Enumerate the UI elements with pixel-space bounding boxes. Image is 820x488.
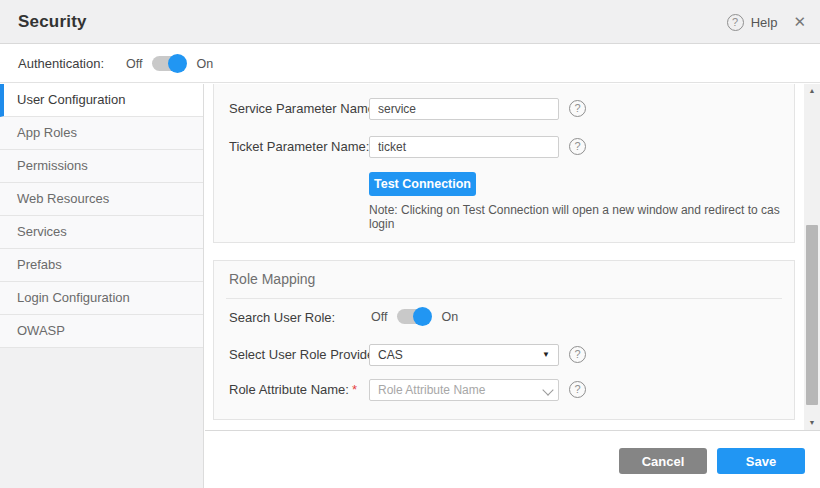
authentication-on-label: On [196, 57, 213, 71]
help-link[interactable]: Help [751, 15, 778, 30]
security-settings-window: Security ? Help ✕ Authentication: Off On… [0, 0, 820, 488]
save-button[interactable]: Save [717, 448, 805, 474]
service-parameter-label: Service Parameter Name:* [229, 98, 387, 120]
ticket-parameter-label: Ticket Parameter Name:* [229, 136, 377, 158]
user-role-provider-row: Select User Role Provider: CAS ▼ ? [214, 344, 794, 366]
search-user-role-off-label: Off [371, 310, 387, 324]
header: Security ? Help ✕ [0, 0, 820, 44]
sidebar-item-web-resources[interactable]: Web Resources [0, 183, 203, 216]
scrollbar-thumb[interactable] [806, 225, 818, 405]
sidebar-item-app-roles[interactable]: App Roles [0, 117, 203, 150]
close-icon[interactable]: ✕ [793, 13, 806, 31]
ticket-parameter-row: Ticket Parameter Name:* ? [214, 136, 794, 158]
authentication-bar: Authentication: Off On [0, 45, 820, 83]
user-role-provider-value: CAS [378, 348, 403, 362]
footer: Cancel Save [205, 430, 820, 488]
role-mapping-title: Role Mapping [226, 269, 782, 299]
role-attribute-row: Role Attribute Name:* ? [214, 379, 794, 401]
sidebar-item-services[interactable]: Services [0, 216, 203, 249]
user-role-provider-help-icon[interactable]: ? [569, 346, 586, 363]
search-user-role-row: Search User Role: Off On [214, 307, 794, 329]
role-mapping-panel: Role Mapping Search User Role: Off On Se… [213, 260, 795, 420]
search-user-role-toggle-group: Off On [371, 309, 458, 324]
help-icon[interactable]: ? [727, 14, 744, 31]
header-actions: ? Help ✕ [727, 0, 806, 44]
search-user-role-toggle[interactable] [397, 309, 431, 324]
service-parameter-help-icon[interactable]: ? [569, 100, 586, 117]
sidebar-item-owasp[interactable]: OWASP [0, 315, 203, 348]
service-parameter-row: Service Parameter Name:* ? [214, 98, 794, 120]
ticket-parameter-help-icon[interactable]: ? [569, 138, 586, 155]
authentication-toggle[interactable] [152, 56, 186, 71]
sidebar-item-prefabs[interactable]: Prefabs [0, 249, 203, 282]
authentication-toggle-group: Off On [126, 56, 213, 71]
toggle-knob [168, 54, 187, 73]
service-parameter-input[interactable] [369, 98, 559, 120]
ticket-parameter-input[interactable] [369, 136, 559, 158]
scroll-down-icon[interactable]: ▼ [804, 416, 820, 430]
test-connection-button[interactable]: Test Connection [369, 172, 476, 196]
test-connection-note: Note: Clicking on Test Connection will o… [369, 203, 794, 231]
search-user-role-on-label: On [441, 310, 458, 324]
search-user-role-label: Search User Role: [229, 307, 335, 329]
role-attribute-help-icon[interactable]: ? [569, 381, 586, 398]
vertical-scrollbar[interactable]: ▲ ▼ [804, 84, 820, 430]
sidebar-item-login-configuration[interactable]: Login Configuration [0, 282, 203, 315]
sidebar: User Configuration App Roles Permissions… [0, 84, 204, 488]
required-asterisk: * [352, 382, 357, 397]
main-content: Service Parameter Name:* ? Ticket Parame… [205, 84, 803, 430]
role-attribute-input[interactable] [369, 379, 559, 401]
cancel-button[interactable]: Cancel [619, 448, 707, 474]
authentication-label: Authentication: [18, 56, 104, 71]
user-role-provider-label: Select User Role Provider: [229, 344, 382, 366]
page-title: Security [18, 0, 87, 44]
sidebar-item-permissions[interactable]: Permissions [0, 150, 203, 183]
scroll-up-icon[interactable]: ▲ [804, 84, 820, 98]
user-role-provider-select[interactable]: CAS ▼ [369, 344, 559, 366]
toggle-knob [413, 307, 432, 326]
authentication-off-label: Off [126, 57, 142, 71]
dropdown-arrow-icon: ▼ [542, 345, 550, 365]
sidebar-item-user-configuration[interactable]: User Configuration [0, 84, 203, 117]
connection-panel: Service Parameter Name:* ? Ticket Parame… [213, 84, 795, 243]
footer-buttons: Cancel Save [619, 448, 805, 474]
role-attribute-label: Role Attribute Name:* [229, 379, 357, 401]
